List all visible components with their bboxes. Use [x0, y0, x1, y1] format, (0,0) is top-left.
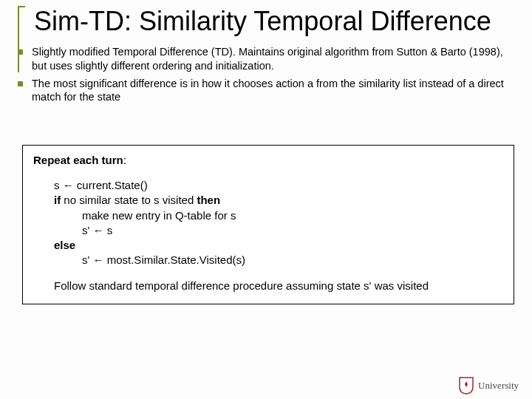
title-accent-rule: [18, 6, 25, 72]
university-logo: University: [459, 377, 519, 395]
algo-text: s: [104, 224, 113, 236]
algo-line: s' ← s: [54, 223, 503, 238]
algo-heading-colon: :: [123, 154, 126, 166]
shield-icon: [459, 377, 474, 395]
algo-text: s': [82, 253, 93, 266]
algo-keyword: then: [197, 194, 220, 206]
left-arrow-icon: ←: [93, 253, 104, 266]
algo-text: s: [54, 179, 63, 191]
algo-text: s': [82, 224, 93, 236]
left-arrow-icon: ←: [63, 179, 74, 191]
list-item: The most significant difference is in ho…: [18, 77, 517, 103]
algo-body: s ← current.State() if no similar state …: [33, 178, 503, 268]
algo-text: no similar state to s visited: [61, 194, 197, 206]
square-bullet-icon: [18, 81, 23, 86]
algo-line: if no similar state to s visited then: [54, 193, 503, 208]
bullet-text: The most significant difference is in ho…: [32, 77, 517, 103]
algo-line: else: [54, 238, 503, 253]
bullet-list: Slightly modified Temporal Difference (T…: [0, 45, 532, 103]
bullet-text: Slightly modified Temporal Difference (T…: [32, 45, 517, 72]
algo-keyword: if: [54, 194, 61, 206]
algo-line: s' ← most.Similar.State.Visited(s): [54, 253, 503, 267]
algo-heading-bold: Repeat each turn: [33, 154, 123, 166]
left-arrow-icon: ←: [93, 224, 104, 236]
algo-line: make new entry in Q-table for s: [54, 208, 503, 223]
algo-heading: Repeat each turn:: [33, 153, 503, 168]
algorithm-box: Repeat each turn: s ← current.State() if…: [22, 145, 514, 304]
algo-text: current.State(): [74, 179, 148, 191]
algo-follow-line: Follow standard temporal difference proc…: [33, 279, 503, 293]
title-area: Sim-TD: Similarity Temporal Difference: [0, 0, 532, 36]
algo-text: most.Similar.State.Visited(s): [104, 253, 245, 266]
slide-title: Sim-TD: Similarity Temporal Difference: [30, 6, 532, 36]
logo-text: University: [478, 380, 519, 392]
algo-line: s ← current.State(): [54, 178, 503, 193]
list-item: Slightly modified Temporal Difference (T…: [18, 45, 517, 72]
algo-keyword: else: [54, 239, 75, 251]
